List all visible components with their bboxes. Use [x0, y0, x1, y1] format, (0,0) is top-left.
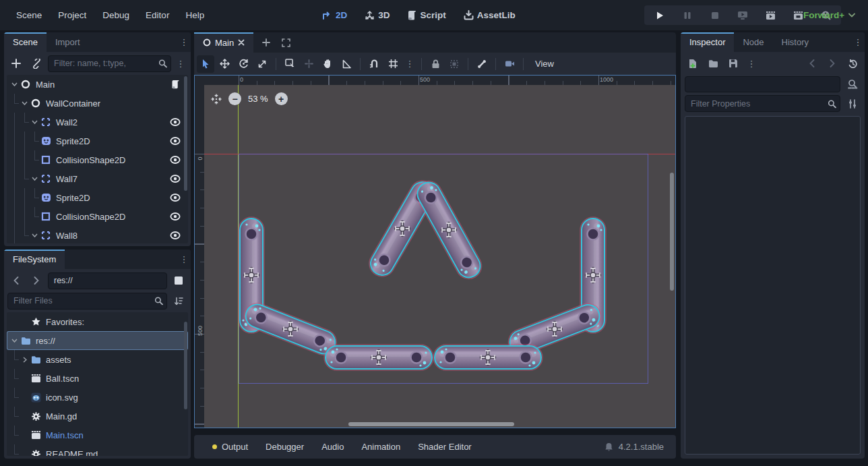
- fs-filter-input[interactable]: [7, 293, 167, 310]
- remote-debug-button[interactable]: [734, 7, 751, 24]
- measure-tool-button[interactable]: [338, 55, 355, 73]
- visibility-toggle-icon[interactable]: [169, 116, 181, 128]
- renderer-selector[interactable]: Forward+: [803, 0, 855, 30]
- bottom-tab-audio[interactable]: Audio: [313, 438, 352, 456]
- zoom-in-button[interactable]: +: [275, 92, 288, 105]
- visibility-toggle-icon[interactable]: [169, 210, 181, 223]
- collapse-icon[interactable]: [30, 169, 40, 188]
- bottom-tab-shader-editor[interactable]: Shader Editor: [409, 438, 480, 456]
- smart-snap-button[interactable]: [365, 55, 383, 73]
- snap-options-icon[interactable]: ⋮: [403, 59, 416, 69]
- instantiate-scene-button[interactable]: [28, 55, 45, 72]
- view-menu-button[interactable]: View: [528, 56, 561, 71]
- canvas-hscrollbar[interactable]: [204, 421, 667, 427]
- visibility-toggle-icon[interactable]: [169, 229, 181, 241]
- tree-row-wall7[interactable]: Wall7: [7, 169, 188, 188]
- fs-row-readme[interactable]: README.md: [7, 444, 188, 456]
- new-scene-tab-button[interactable]: [253, 32, 279, 53]
- tab-scene[interactable]: Scene: [4, 32, 46, 52]
- collapse-icon[interactable]: [30, 226, 40, 243]
- scene-filter-input[interactable]: [48, 55, 171, 72]
- tree-row-main[interactable]: Main: [7, 75, 188, 94]
- fs-split-mode-button[interactable]: [170, 272, 187, 289]
- pivot-tool-button[interactable]: [300, 55, 317, 73]
- switch-3d-button[interactable]: 3D: [359, 7, 395, 23]
- center-view-icon[interactable]: [211, 94, 222, 105]
- pan-tool-button[interactable]: [319, 55, 336, 73]
- bottom-tab-debugger[interactable]: Debugger: [257, 438, 313, 456]
- collapse-icon[interactable]: [30, 113, 40, 132]
- grid-snap-button[interactable]: [384, 55, 402, 73]
- switch-assetlib-button[interactable]: AssetLib: [458, 7, 521, 23]
- tree-row-sprite2d[interactable]: Sprite2D: [7, 188, 188, 207]
- group-object-button[interactable]: [445, 55, 463, 73]
- play-scene-button[interactable]: [762, 7, 779, 24]
- resource-extra-menu-icon[interactable]: ⋮: [745, 59, 758, 69]
- pause-button[interactable]: [679, 7, 696, 24]
- tree-row-collisionshape2d[interactable]: CollisionShape2D: [7, 207, 188, 226]
- object-history-icon[interactable]: [844, 55, 861, 72]
- menu-help[interactable]: Help: [179, 7, 211, 24]
- load-resource-button[interactable]: [704, 55, 722, 72]
- fs-forward-icon[interactable]: [28, 272, 45, 289]
- lock-object-button[interactable]: [427, 55, 444, 73]
- history-forward-icon[interactable]: [824, 55, 841, 72]
- scene-tree-scrollbar[interactable]: [184, 76, 187, 242]
- collapse-icon[interactable]: [20, 94, 30, 113]
- visibility-toggle-icon[interactable]: [169, 192, 181, 204]
- close-icon[interactable]: [238, 39, 245, 46]
- notifications-bell-icon[interactable]: [604, 442, 613, 452]
- filesystem-scrollbar[interactable]: [184, 314, 187, 455]
- tab-filesystem[interactable]: FileSystem: [4, 250, 65, 269]
- expand-viewport-icon[interactable]: [279, 32, 292, 53]
- stop-button[interactable]: [706, 7, 724, 24]
- scale-tool-button[interactable]: [253, 55, 271, 73]
- property-tools-icon[interactable]: [844, 96, 861, 112]
- bottom-tab-animation[interactable]: Animation: [352, 438, 409, 456]
- visibility-toggle-icon[interactable]: [169, 135, 181, 147]
- scene-tab-main[interactable]: Main: [194, 32, 253, 53]
- canvas-vscrollbar[interactable]: [669, 85, 675, 419]
- inspector-filter-input[interactable]: [685, 95, 840, 112]
- menu-editor[interactable]: Editor: [139, 7, 176, 24]
- rotate-tool-button[interactable]: [235, 55, 252, 73]
- fs-row-main-gd[interactable]: Main.gd: [7, 407, 188, 426]
- canvas-viewport[interactable]: 0 500 1000 0 500: [194, 75, 676, 428]
- tab-node[interactable]: Node: [734, 32, 772, 52]
- fs-row-icon-svg[interactable]: icon.svg: [7, 388, 188, 407]
- fs-row-favorites[interactable]: Favorites:: [7, 312, 188, 331]
- menu-project[interactable]: Project: [51, 7, 93, 24]
- menu-scene[interactable]: Scene: [9, 7, 49, 24]
- skeleton-options-button[interactable]: [473, 55, 491, 73]
- new-resource-button[interactable]: [684, 55, 702, 72]
- tree-row-collisionshape2d[interactable]: CollisionShape2D: [7, 150, 188, 169]
- zoom-level[interactable]: 53 %: [248, 94, 268, 104]
- inspector-dock-menu-icon[interactable]: ⋮: [851, 32, 865, 52]
- fs-back-icon[interactable]: [7, 272, 25, 289]
- collapse-icon[interactable]: [9, 75, 20, 94]
- fs-row-res[interactable]: res://: [7, 331, 188, 350]
- fs-row-assets[interactable]: assets: [7, 350, 188, 369]
- save-resource-button[interactable]: [724, 55, 742, 72]
- tree-row-sprite2d[interactable]: Sprite2D: [7, 132, 188, 150]
- expand-icon[interactable]: [20, 350, 30, 369]
- history-back-icon[interactable]: [803, 55, 821, 72]
- visibility-toggle-icon[interactable]: [169, 173, 181, 185]
- collapse-icon[interactable]: [9, 331, 20, 350]
- list-select-tool-button[interactable]: [281, 55, 299, 73]
- tab-inspector[interactable]: Inspector: [681, 32, 734, 52]
- fs-sort-icon[interactable]: [170, 292, 187, 310]
- tab-history[interactable]: History: [773, 32, 817, 52]
- menu-debug[interactable]: Debug: [96, 7, 136, 24]
- scene-dock-menu-icon[interactable]: ⋮: [177, 32, 191, 52]
- attached-script-icon[interactable]: [169, 78, 181, 90]
- scene-extra-menu-icon[interactable]: ⋮: [174, 59, 187, 69]
- fs-row-main-tscn[interactable]: Main.tscn: [7, 426, 188, 444]
- switch-script-button[interactable]: Script: [402, 7, 452, 23]
- tree-row-wallcontainer[interactable]: WallContainer: [7, 94, 188, 113]
- bottom-tab-output[interactable]: Output: [204, 438, 257, 456]
- filesystem-dock-menu-icon[interactable]: ⋮: [177, 250, 191, 269]
- open-docs-icon[interactable]: [844, 76, 861, 92]
- fs-row-ball-tscn[interactable]: Ball.tscn: [7, 369, 188, 388]
- zoom-out-button[interactable]: −: [228, 92, 241, 105]
